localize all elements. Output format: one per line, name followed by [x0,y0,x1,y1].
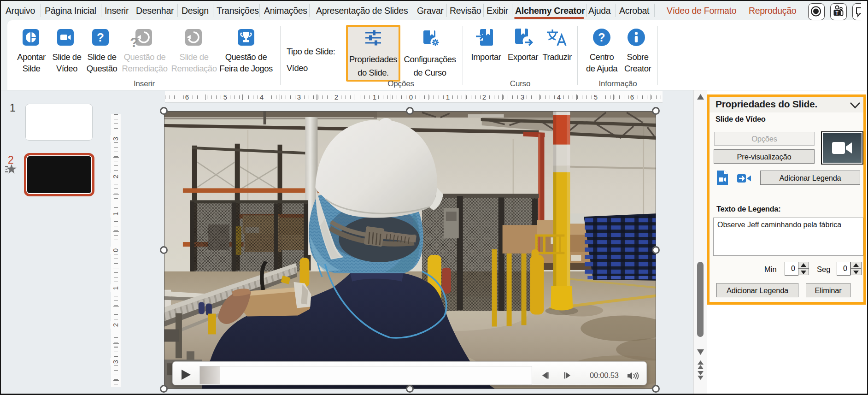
svg-text:T: T [835,11,838,16]
svg-text:?: ? [598,31,605,44]
svg-text:?: ? [97,30,104,44]
